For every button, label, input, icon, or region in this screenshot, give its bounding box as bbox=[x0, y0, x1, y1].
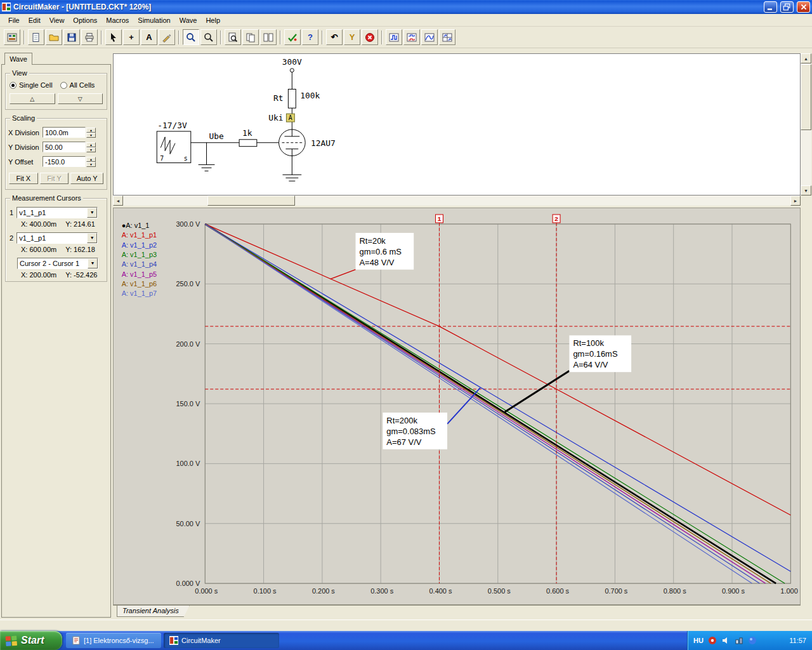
scroll-right-button[interactable]: ► bbox=[790, 196, 801, 206]
save-button[interactable] bbox=[63, 29, 80, 45]
x-division-input[interactable] bbox=[43, 127, 86, 138]
legend-item[interactable]: A: v1_1_p1 bbox=[122, 231, 157, 239]
zoom-select-button[interactable] bbox=[183, 29, 199, 45]
all-cells-radio[interactable] bbox=[60, 82, 67, 89]
schematic-area[interactable]: 300V Rt 100k Uki A 12AU7 -17/3V 7 s Ube … bbox=[113, 53, 801, 196]
source-value-label: -17/3V bbox=[157, 121, 187, 130]
text-tool-button[interactable]: A bbox=[141, 29, 157, 45]
taskbar-task-circuitmaker[interactable]: CircuitMaker bbox=[164, 633, 279, 648]
y-division-input[interactable] bbox=[43, 142, 86, 152]
auto-y-button[interactable]: Auto Y bbox=[70, 173, 103, 184]
menu-macros[interactable]: Macros bbox=[102, 15, 133, 25]
undo-button[interactable]: ↶ bbox=[326, 29, 343, 45]
legend-item[interactable]: A: v1_1_p6 bbox=[122, 280, 157, 288]
wave-panel: Wave View Single Cell All Cells △ ▽ Scal… bbox=[1, 52, 111, 618]
y-division-spin-down[interactable]: ▼ bbox=[86, 147, 96, 152]
legend-item[interactable]: A: v1_1_p5 bbox=[122, 270, 157, 278]
legend-item[interactable]: A: v1_1_p3 bbox=[122, 251, 157, 258]
app-icon bbox=[2, 3, 11, 11]
x-tick-label: 0.800 s bbox=[664, 587, 686, 595]
scroll-left-button[interactable]: ◄ bbox=[113, 196, 123, 206]
tray-volume-icon[interactable] bbox=[721, 636, 730, 645]
cursor1-signal-combo[interactable]: v1_1_p1 ▼ bbox=[16, 207, 98, 218]
legend-item[interactable]: A: v1_1_p7 bbox=[122, 289, 157, 297]
menu-view[interactable]: View bbox=[45, 15, 69, 25]
cursor2-signal-combo[interactable]: v1_1_p1 ▼ bbox=[16, 232, 98, 244]
restore-button[interactable] bbox=[780, 1, 794, 13]
open-button[interactable] bbox=[46, 29, 62, 45]
select-button[interactable] bbox=[105, 29, 122, 45]
new-button[interactable] bbox=[28, 29, 44, 45]
menu-wave[interactable]: Wave bbox=[175, 15, 202, 25]
vscroll-thumb[interactable] bbox=[801, 64, 811, 130]
toolbar-separator bbox=[280, 30, 281, 44]
menu-help[interactable]: Help bbox=[201, 15, 225, 25]
y-division-spin-up[interactable]: ▲ bbox=[86, 142, 96, 147]
menu-file[interactable]: File bbox=[4, 15, 24, 25]
copy-wave-button[interactable] bbox=[242, 29, 259, 45]
legend-item[interactable]: A: v1_1_p4 bbox=[122, 260, 157, 268]
cursor-diff-combo[interactable]: Cursor 2 - Cursor 1 ▼ bbox=[17, 258, 98, 269]
tray-messenger-icon[interactable] bbox=[748, 636, 757, 645]
minimize-button[interactable] bbox=[764, 1, 777, 13]
schematic-vscrollbar[interactable]: ▲ ▼ bbox=[801, 53, 811, 196]
pen-icon bbox=[162, 32, 172, 43]
scope-single-button[interactable] bbox=[386, 29, 402, 45]
scope-grid-button[interactable] bbox=[439, 29, 455, 45]
cursor1-index: 1 bbox=[10, 209, 13, 216]
fit-x-button[interactable]: Fit X bbox=[9, 173, 38, 184]
zoom-page-button[interactable] bbox=[225, 29, 241, 45]
close-button[interactable] bbox=[797, 1, 810, 13]
scope-overlay-button[interactable] bbox=[421, 29, 438, 45]
x-division-spin-down[interactable]: ▼ bbox=[86, 133, 96, 138]
wave-tab[interactable]: Wave bbox=[4, 53, 32, 65]
transient-analysis-tab[interactable]: Transient Analysis bbox=[117, 606, 190, 617]
x-division-spin-up[interactable]: ▲ bbox=[86, 128, 96, 133]
hscroll-thumb[interactable] bbox=[207, 196, 295, 206]
board-button[interactable] bbox=[4, 29, 20, 45]
cursor-diff-value: Cursor 2 - Cursor 1 bbox=[18, 260, 88, 267]
y-offset-spin-down[interactable]: ▼ bbox=[86, 162, 96, 167]
help-button[interactable]: ? bbox=[302, 29, 318, 45]
print-button[interactable] bbox=[81, 29, 98, 45]
start-label: Start bbox=[21, 635, 44, 646]
menu-options[interactable]: Options bbox=[69, 15, 102, 25]
combo-arrow-icon[interactable]: ▼ bbox=[88, 258, 98, 269]
analysis-tab-row: Transient Analysis bbox=[113, 605, 801, 618]
stop-button[interactable] bbox=[362, 29, 378, 45]
cell-up-button[interactable]: △ bbox=[10, 93, 55, 104]
language-indicator[interactable]: HU bbox=[693, 637, 704, 644]
tray-shield-icon[interactable] bbox=[708, 636, 717, 645]
zoom-button[interactable] bbox=[200, 29, 217, 45]
menu-simulation[interactable]: Simulation bbox=[133, 15, 174, 25]
probe-tool-button[interactable]: Y bbox=[344, 29, 360, 45]
schematic-hscrollbar[interactable]: ◄ ► bbox=[113, 196, 801, 206]
menu-edit[interactable]: Edit bbox=[24, 15, 45, 25]
rt-ref-label: Rt bbox=[273, 93, 284, 103]
tray-network-icon[interactable] bbox=[735, 636, 743, 645]
task-document-icon bbox=[72, 636, 81, 645]
simulate-button[interactable] bbox=[284, 29, 301, 45]
schematic-canvas[interactable]: 300V Rt 100k Uki A 12AU7 -17/3V 7 s Ube … bbox=[114, 54, 800, 195]
scope-stack-button[interactable] bbox=[403, 29, 420, 45]
view-group: View Single Cell All Cells △ ▽ bbox=[5, 73, 107, 110]
cell-down-button[interactable]: ▽ bbox=[58, 93, 103, 104]
scroll-up-button[interactable]: ▲ bbox=[801, 53, 811, 63]
wire-tool-button[interactable] bbox=[159, 29, 175, 45]
waveform-chart[interactable]: 0.000 s0.100 s0.200 s0.300 s0.400 s0.500… bbox=[114, 208, 800, 604]
legend-item[interactable]: A: v1_1_p2 bbox=[122, 241, 157, 249]
plus-icon: + bbox=[129, 32, 134, 42]
scroll-down-button[interactable]: ▼ bbox=[801, 185, 811, 196]
combo-arrow-icon[interactable]: ▼ bbox=[87, 233, 97, 243]
start-button[interactable]: Start bbox=[0, 631, 62, 650]
y-offset-input[interactable] bbox=[43, 156, 86, 167]
taskbar-task-document[interactable]: [1] Elektroncső-vizsg... bbox=[66, 633, 161, 648]
legend-item[interactable]: ●A: v1_1 bbox=[122, 222, 150, 229]
y-offset-spin-up[interactable]: ▲ bbox=[86, 157, 96, 162]
cursor-diff-y-readout: Y: -52.426 bbox=[65, 271, 97, 279]
single-cell-radio[interactable] bbox=[10, 82, 16, 89]
combo-arrow-icon[interactable]: ▼ bbox=[87, 208, 97, 218]
split-view-button[interactable] bbox=[260, 29, 277, 45]
task-document-label: [1] Elektroncső-vizsg... bbox=[84, 637, 154, 644]
add-part-button[interactable]: + bbox=[123, 29, 140, 45]
